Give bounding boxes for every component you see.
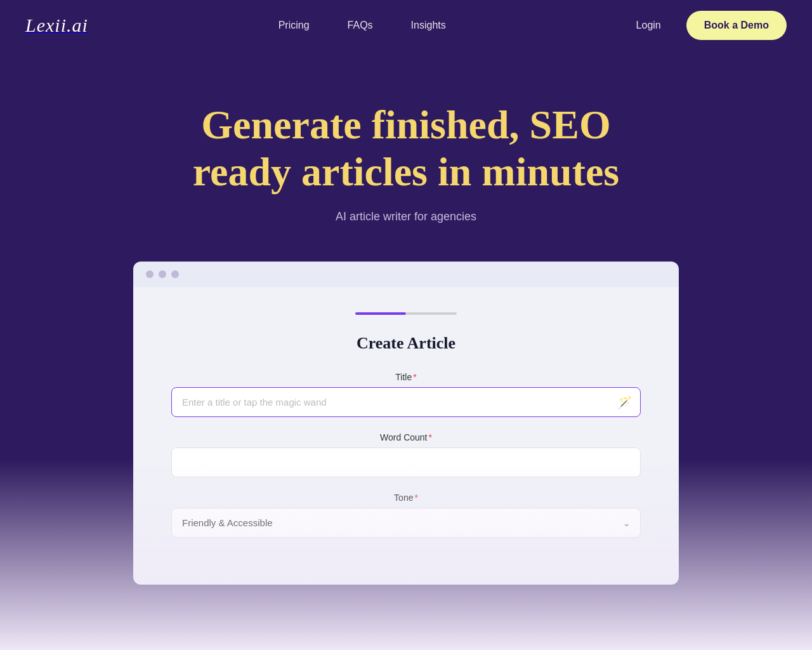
tone-select-wrapper: Friendly & Accessible ⌄: [171, 508, 641, 538]
title-required: *: [413, 372, 416, 382]
window-dot-yellow: [159, 270, 166, 278]
nav-pricing[interactable]: Pricing: [278, 20, 310, 30]
nav-faqs[interactable]: FAQs: [348, 20, 373, 30]
form-title: Create Article: [171, 334, 641, 353]
login-link[interactable]: Login: [636, 20, 661, 31]
word-count-input[interactable]: 1500: [171, 448, 641, 477]
title-input-wrapper: 🪄: [171, 387, 641, 417]
progress-empty: [406, 312, 457, 315]
window-body: Create Article Title* 🪄 Word Count* 1500: [133, 287, 679, 585]
window-dot-red: [146, 270, 154, 278]
hero-subtitle: AI article writer for agencies: [336, 210, 476, 223]
navigation: Lexii.ai Pricing FAQs Insights Login Boo…: [0, 0, 812, 51]
word-count-label: Word Count*: [171, 432, 641, 442]
logo[interactable]: Lexii.ai: [25, 15, 88, 36]
nav-right: Login Book a Demo: [636, 11, 787, 40]
magic-wand-icon[interactable]: 🪄: [618, 395, 632, 409]
tone-select[interactable]: Friendly & Accessible: [171, 508, 641, 538]
window-dot-green: [171, 270, 179, 278]
tone-required: *: [414, 493, 417, 503]
hero-section: Generate finished, SEO ready articles in…: [0, 51, 812, 610]
title-label: Title*: [171, 372, 641, 382]
demo-container: Create Article Title* 🪄 Word Count* 1500: [133, 262, 679, 585]
progress-bar: [171, 312, 641, 315]
title-input[interactable]: [171, 387, 641, 417]
nav-links: Pricing FAQs Insights: [278, 20, 446, 31]
word-count-form-group: Word Count* 1500: [171, 432, 641, 477]
window-chrome: [133, 262, 679, 287]
title-form-group: Title* 🪄: [171, 372, 641, 417]
nav-insights[interactable]: Insights: [411, 20, 446, 30]
tone-label: Tone*: [171, 493, 641, 503]
tone-form-group: Tone* Friendly & Accessible ⌄: [171, 493, 641, 538]
progress-filled: [355, 312, 406, 315]
word-count-required: *: [429, 432, 432, 442]
book-demo-button[interactable]: Book a Demo: [686, 11, 787, 40]
hero-title: Generate finished, SEO ready articles in…: [152, 102, 660, 195]
